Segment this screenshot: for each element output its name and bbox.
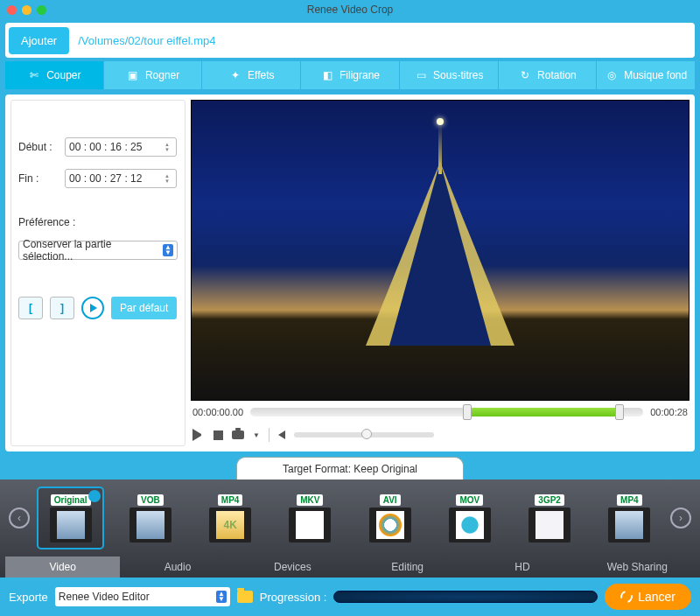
cattab-editing[interactable]: Editing xyxy=(350,556,465,578)
format-mp4-4k[interactable]: MP44K xyxy=(197,486,264,550)
titlebar: Renee Video Crop xyxy=(0,0,700,19)
start-label: Début : xyxy=(18,141,58,153)
tab-effects[interactable]: ✦Effets xyxy=(202,61,301,89)
tab-crop[interactable]: ▣Rogner xyxy=(104,61,203,89)
cattab-hd[interactable]: HD xyxy=(465,556,579,578)
music-icon: ◎ xyxy=(605,68,619,82)
progress-bar xyxy=(333,591,598,603)
play-icon[interactable] xyxy=(192,429,205,441)
file-path: /Volumes/02/tour eiffel.mp4 xyxy=(78,34,215,47)
tool-tabs: ✄Couper ▣Rogner ✦Effets ◧Filigrane ▭Sous… xyxy=(5,61,695,89)
stepper-icon[interactable]: ▲▼ xyxy=(162,142,172,152)
window-title: Renee Video Crop xyxy=(0,4,700,16)
format-mov[interactable]: MOV xyxy=(436,486,503,550)
export-select[interactable]: Renee Video Editor ▲▼ xyxy=(55,587,230,606)
play-preview-button[interactable] xyxy=(81,297,104,319)
snapshot-menu-icon[interactable]: ▼ xyxy=(253,431,260,439)
tab-watermark[interactable]: ◧Filigrane xyxy=(301,61,400,89)
crop-icon: ▣ xyxy=(126,68,140,82)
scissors-icon: ✄ xyxy=(27,68,41,82)
tab-cut[interactable]: ✄Couper xyxy=(5,61,104,89)
chevron-updown-icon: ▲▼ xyxy=(216,591,227,603)
format-vob[interactable]: VOB xyxy=(116,486,184,550)
format-3gp2[interactable]: 3GP2 xyxy=(516,486,584,550)
seek-track[interactable] xyxy=(250,408,643,416)
format-carousel: ‹ Original VOB MP44K MKV AVI MOV 3GP2 MP… xyxy=(0,480,700,578)
preview-pane: 00:00:00.00 00:00:28 ▼ xyxy=(191,100,690,446)
gear-icon[interactable] xyxy=(88,490,101,502)
launch-button[interactable]: Lancer xyxy=(605,584,691,610)
cut-panel: Début : 00 : 00 : 16 : 25 ▲▼ Fin : 00 : … xyxy=(10,100,186,446)
timeline: 00:00:00.00 00:00:28 xyxy=(191,401,690,424)
format-original[interactable]: Original xyxy=(37,486,104,550)
tab-rotation[interactable]: ↻Rotation xyxy=(499,61,598,89)
selection-range xyxy=(463,408,620,416)
chevron-updown-icon: ▲▼ xyxy=(163,244,173,256)
carousel-next-button[interactable]: › xyxy=(670,508,691,528)
cattab-websharing[interactable]: Web Sharing xyxy=(580,556,695,578)
top-file-bar: Ajouter /Volumes/02/tour eiffel.mp4 xyxy=(5,23,695,58)
format-avi[interactable]: AVI xyxy=(356,486,424,550)
selection-end-handle[interactable] xyxy=(615,404,624,420)
cattab-audio[interactable]: Audio xyxy=(120,556,234,578)
format-mp4[interactable]: MP4 xyxy=(596,486,663,550)
stepper-icon[interactable]: ▲▼ xyxy=(162,173,172,184)
preference-select[interactable]: Conserver la partie sélection... ▲▼ xyxy=(18,241,178,260)
add-file-button[interactable]: Ajouter xyxy=(9,27,69,54)
sync-icon xyxy=(619,588,635,605)
progress-label: Progression : xyxy=(260,591,327,604)
droplet-icon: ◧ xyxy=(320,68,334,82)
subtitle-icon: ▭ xyxy=(414,68,428,82)
wand-icon: ✦ xyxy=(228,68,242,82)
export-label: Exporte xyxy=(9,591,48,604)
default-button[interactable]: Par défaut xyxy=(111,297,177,319)
carousel-prev-button[interactable]: ‹ xyxy=(9,508,30,528)
time-duration: 00:00:28 xyxy=(650,407,688,417)
mark-in-button[interactable]: [ xyxy=(18,297,43,319)
end-time-input[interactable]: 00 : 00 : 27 : 12 ▲▼ xyxy=(65,169,177,188)
preference-label: Préférence : xyxy=(18,216,178,228)
start-time-input[interactable]: 00 : 00 : 16 : 25 ▲▼ xyxy=(65,137,177,157)
format-list: Original VOB MP44K MKV AVI MOV 3GP2 MP4 xyxy=(37,486,663,550)
category-tabs: Video Audio Devices Editing HD Web Shari… xyxy=(5,556,695,578)
player-controls: ▼ xyxy=(191,424,690,446)
cattab-devices[interactable]: Devices xyxy=(235,556,350,578)
rotate-icon: ↻ xyxy=(518,68,532,82)
cattab-video[interactable]: Video xyxy=(5,556,120,578)
time-position: 00:00:00.00 xyxy=(192,407,243,417)
selection-start-handle[interactable] xyxy=(463,404,472,420)
target-format-label: Target Format: Keep Original xyxy=(236,457,464,480)
stop-icon[interactable] xyxy=(214,430,223,440)
volume-knob[interactable] xyxy=(361,429,372,439)
tab-bgmusic[interactable]: ◎Musique fond xyxy=(597,61,695,89)
main-area: Début : 00 : 00 : 16 : 25 ▲▼ Fin : 00 : … xyxy=(5,94,695,452)
speaker-icon[interactable] xyxy=(278,430,285,439)
video-preview[interactable] xyxy=(191,100,690,401)
volume-slider[interactable] xyxy=(294,432,434,438)
mark-out-button[interactable]: ] xyxy=(50,297,74,319)
footer: Exporte Renee Video Editor ▲▼ Progressio… xyxy=(0,578,700,616)
tab-subtitles[interactable]: ▭Sous-titres xyxy=(400,61,499,89)
snapshot-icon[interactable] xyxy=(232,430,244,439)
folder-icon[interactable] xyxy=(237,591,253,603)
end-label: Fin : xyxy=(18,172,58,185)
format-mkv[interactable]: MKV xyxy=(276,486,344,550)
